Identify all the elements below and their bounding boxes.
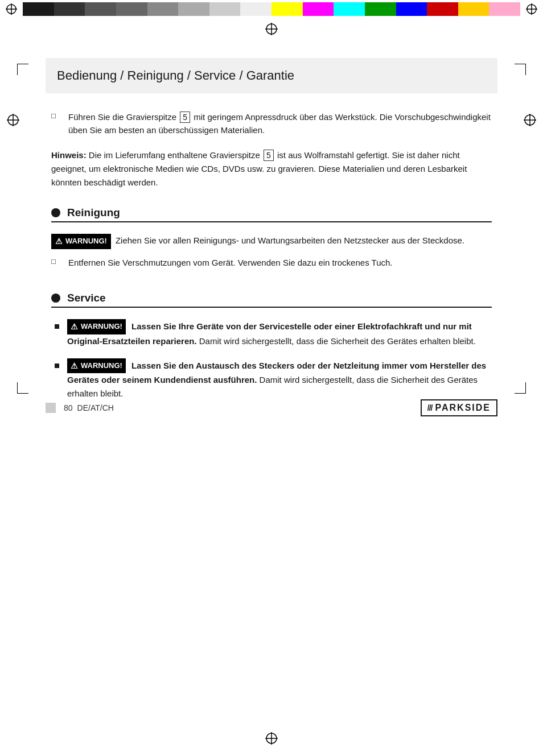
service-item-1-content: ⚠ WARNUNG! Lassen Sie Ihre Geräte von de… (67, 319, 492, 348)
reinigung-item-text: Entfernen Sie Verschmutzungen vom Gerät.… (68, 256, 393, 269)
service-bullet-2 (51, 358, 63, 368)
intro-num-box: 5 (180, 111, 190, 123)
section-service-heading: Service (51, 292, 492, 308)
footer-page-box (46, 403, 56, 413)
hinweis-label: Hinweis: (51, 150, 87, 160)
service-item-1: ⚠ WARNUNG! Lassen Sie Ihre Geräte von de… (51, 319, 492, 348)
warning-triangle-1: ⚠ (55, 236, 63, 248)
swatch-8 (240, 2, 272, 16)
reg-mark-right (520, 0, 543, 18)
service-item-1-text: Damit wird sichergestellt, dass die Sich… (199, 336, 476, 346)
swatch-16 (489, 2, 520, 16)
section-bullet-reinigung (51, 208, 60, 217)
hinweis-text: Hinweis: Die im Lieferumfang enthaltene … (51, 148, 492, 189)
footer-left: 80 DE/AT/CH (46, 403, 114, 413)
reinigung-warning-badge: ⚠ WARNUNG! (51, 234, 111, 250)
reinigung-list-item: □ Entfernen Sie Verschmutzungen vom Gerä… (51, 256, 492, 269)
corner-tr (515, 64, 526, 75)
intro-list-item: □ Führen Sie die Gravierspitze 5 mit ger… (51, 110, 492, 137)
section-bullet-service (51, 294, 60, 303)
center-reg-top (0, 23, 543, 35)
color-bar (23, 0, 520, 18)
section-reinigung-title: Reinigung (67, 206, 120, 219)
intro-paragraph: Führen Sie die Gravierspitze 5 mit gerin… (68, 110, 492, 137)
footer-page-number: 80 (64, 403, 73, 412)
swatch-6 (178, 2, 209, 16)
swatch-4 (116, 2, 147, 16)
swatch-10 (303, 2, 334, 16)
reinigung-warning-text: Ziehen Sie vor allen Reinigungs- und War… (116, 234, 464, 247)
hinweis-num-box: 5 (264, 150, 274, 161)
hinweis-block: Hinweis: Die im Lieferumfang enthaltene … (51, 148, 492, 189)
corner-br (515, 382, 526, 394)
swatch-14 (427, 2, 458, 16)
corner-bl (17, 382, 28, 394)
service-bullet-1 (51, 319, 63, 329)
section-service-title: Service (67, 292, 106, 304)
swatch-3 (85, 2, 116, 16)
page-footer: 80 DE/AT/CH /// PARKSIDE (46, 399, 497, 416)
warning-triangle-2: ⚠ (71, 320, 78, 333)
reinigung-item-bullet: □ (51, 256, 68, 266)
swatch-13 (396, 2, 427, 16)
service-warning-badge-2: ⚠ WARNUNG! (67, 358, 126, 373)
swatch-7 (209, 2, 241, 16)
top-bar (0, 0, 543, 18)
swatch-1 (23, 2, 54, 16)
service-item-2-content: ⚠ WARNUNG! Lassen Sie den Austausch des … (67, 358, 492, 400)
swatch-12 (365, 2, 396, 16)
swatch-15 (458, 2, 489, 16)
page-content: Bedienung / Reinigung / Service / Garant… (0, 35, 543, 433)
reg-mark-left (0, 0, 23, 18)
footer-locale: DE/AT/CH (77, 403, 114, 412)
service-warning-badge-1: ⚠ WARNUNG! (67, 319, 126, 334)
swatch-9 (272, 2, 303, 16)
swatch-2 (54, 2, 85, 16)
corner-tl (17, 64, 28, 75)
parkside-logo: /// PARKSIDE (421, 399, 497, 416)
swatch-5 (147, 2, 179, 16)
main-content: □ Führen Sie die Gravierspitze 5 mit ger… (46, 110, 497, 400)
warning-triangle-3: ⚠ (71, 360, 78, 372)
reinigung-warning: ⚠ WARNUNG! Ziehen Sie vor allen Reinigun… (51, 234, 492, 250)
intro-bullet: □ (51, 110, 68, 120)
center-reg-bottom (0, 732, 543, 745)
parkside-brand-name: PARKSIDE (435, 403, 491, 413)
page-header: Bedienung / Reinigung / Service / Garant… (46, 58, 497, 93)
swatch-11 (334, 2, 365, 16)
page-title: Bedienung / Reinigung / Service / Garant… (57, 68, 486, 83)
parkside-slashes: /// (427, 403, 433, 412)
service-item-2: ⚠ WARNUNG! Lassen Sie den Austausch des … (51, 358, 492, 400)
section-reinigung-heading: Reinigung (51, 206, 492, 222)
